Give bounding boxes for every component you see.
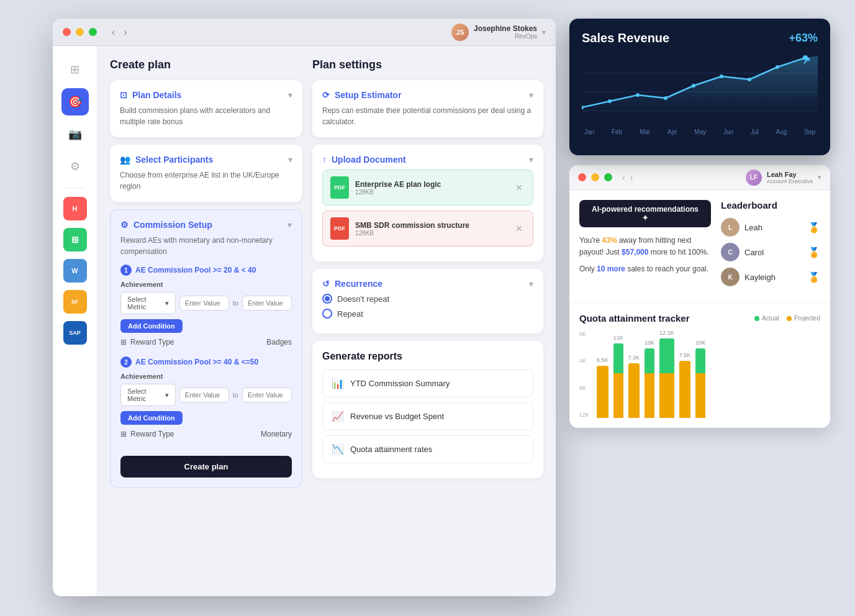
forward-arrow[interactable]: › bbox=[121, 25, 129, 39]
report-ytd[interactable]: 📊 YTD Commission Summary bbox=[322, 369, 533, 397]
plan-details-icon: ⊡ bbox=[120, 90, 127, 100]
bar-2-value: 11K bbox=[613, 335, 623, 341]
recurrence-chevron[interactable]: ▾ bbox=[529, 279, 533, 289]
right-window-titlebar: ‹ › LF Leah Fay Account Executive ▾ bbox=[569, 165, 830, 190]
add-condition-btn-1[interactable]: Add Condition bbox=[120, 319, 183, 333]
radio-repeat[interactable] bbox=[322, 309, 332, 319]
metric-select-chevron: ▾ bbox=[165, 299, 169, 307]
generate-reports-title: Generate reports bbox=[322, 351, 533, 362]
tier-2-label: 2 AE Commission Pool >= 40 & <=50 bbox=[120, 356, 292, 368]
leaderboard: Leaderboard L Leah 🏅 C Carol 🏅 K Kayleig… bbox=[721, 200, 820, 292]
bar-4-stack bbox=[645, 348, 654, 418]
window-body: ⊞ 🎯 📷 ⚙ H ⊞ W SF SAP Create plan bbox=[53, 46, 556, 596]
minimize-button[interactable] bbox=[76, 28, 84, 36]
svg-point-6 bbox=[664, 96, 667, 100]
bar-5-value: 12.1K bbox=[659, 330, 674, 336]
metric-to-2: to bbox=[233, 391, 238, 399]
y-label-8k: 8K bbox=[579, 385, 589, 391]
bar-1-actual bbox=[597, 366, 608, 418]
recurrence-repeat[interactable]: Repeat bbox=[322, 309, 533, 319]
add-condition-btn-2[interactable]: Add Condition bbox=[120, 411, 183, 425]
ai-button[interactable]: AI-powered recommendations ✦ bbox=[579, 200, 711, 227]
metric-input-1-max[interactable] bbox=[242, 296, 292, 310]
sidebar-sheets[interactable]: ⊞ bbox=[63, 228, 87, 251]
file-icon-1: PDF bbox=[330, 176, 349, 199]
sidebar-icon-camera[interactable]: 📷 bbox=[61, 120, 89, 148]
sidebar-salesforce[interactable]: SF bbox=[63, 290, 87, 314]
commission-desc: Reward AEs with monetary and non-monetar… bbox=[120, 235, 292, 257]
bar-3-value: 7.3K bbox=[628, 355, 640, 361]
svg-point-10 bbox=[776, 65, 779, 69]
metric-select-1[interactable]: Select Metric ▾ bbox=[120, 292, 176, 314]
sidebar-icon-settings[interactable]: ⚙ bbox=[61, 153, 89, 180]
commission-chevron[interactable]: ▾ bbox=[287, 220, 292, 230]
close-button[interactable] bbox=[63, 28, 71, 36]
recurrence-doesnt-repeat[interactable]: Doesn't repeat bbox=[322, 294, 533, 304]
commission-setup-card: ⚙ Commission Setup ▾ Reward AEs with mon… bbox=[110, 209, 302, 488]
bar-1: 6.5K bbox=[597, 357, 608, 418]
metric-select-2[interactable]: Select Metric ▾ bbox=[120, 384, 176, 406]
y-label-4k: 4K bbox=[579, 358, 589, 364]
create-plan-button[interactable]: Create plan bbox=[120, 456, 292, 478]
report-quota[interactable]: 📉 Quota attainment rates bbox=[322, 435, 533, 463]
rw-user-name: Leah Fay bbox=[767, 171, 813, 178]
metric-input-2-min[interactable] bbox=[179, 387, 229, 402]
rw-chevron[interactable]: ▾ bbox=[818, 173, 821, 181]
metric-input-2-max[interactable] bbox=[242, 387, 292, 402]
leaderboard-item-1: L Leah 🏅 bbox=[721, 218, 820, 237]
left-column: Create plan ⊡ Plan Details ▾ Build commi… bbox=[110, 58, 302, 584]
svg-text:↗: ↗ bbox=[802, 55, 810, 66]
nav-arrows: ‹ › bbox=[109, 25, 130, 39]
sidebar-icon-grid[interactable]: ⊞ bbox=[61, 56, 89, 83]
bar-7-orange bbox=[695, 373, 705, 418]
y-label-0k: 0K bbox=[579, 331, 589, 337]
report-revenue[interactable]: 📈 Revenue vs Budget Spent bbox=[322, 402, 533, 430]
plan-details-header: ⊡ Plan Details ▾ bbox=[120, 90, 292, 100]
rw-minimize[interactable] bbox=[591, 173, 599, 181]
leaderboard-item-2: C Carol 🏅 bbox=[721, 243, 820, 261]
avatar: JS bbox=[451, 24, 469, 41]
participants-chevron[interactable]: ▾ bbox=[288, 155, 292, 165]
svg-point-8 bbox=[720, 75, 723, 78]
sidebar-word[interactable]: W bbox=[63, 259, 87, 283]
upload-chevron[interactable]: ▾ bbox=[529, 155, 533, 165]
generate-reports-card: Generate reports 📊 YTD Commission Summar… bbox=[312, 341, 543, 478]
lb-name-2: Carol bbox=[744, 248, 803, 257]
file-close-2[interactable]: ✕ bbox=[513, 222, 525, 235]
radio-doesnt-repeat[interactable] bbox=[322, 294, 332, 304]
rw-forward[interactable]: › bbox=[630, 173, 633, 183]
ytd-icon: 📊 bbox=[332, 378, 344, 389]
bar-4-green bbox=[645, 348, 654, 373]
user-menu-chevron[interactable]: ▾ bbox=[542, 28, 546, 37]
user-role: RevOps bbox=[515, 33, 537, 40]
lb-avatar-3: K bbox=[721, 268, 740, 286]
recurrence-title: ↺ Recurrence bbox=[322, 279, 382, 289]
sidebar-divider bbox=[65, 188, 85, 188]
sidebar-hubspot[interactable]: H bbox=[63, 197, 87, 220]
back-arrow[interactable]: ‹ bbox=[109, 25, 117, 39]
sidebar-sap[interactable]: SAP bbox=[63, 321, 87, 345]
bar-6: 7.5K bbox=[679, 352, 691, 418]
sidebar-icon-target[interactable]: 🎯 bbox=[61, 88, 89, 116]
ai-highlight-2: $57,000 bbox=[622, 248, 648, 256]
participants-desc: Choose from enterprise AE list in the UK… bbox=[120, 170, 292, 192]
main-content: Create plan ⊡ Plan Details ▾ Build commi… bbox=[97, 46, 556, 596]
rw-close[interactable] bbox=[578, 173, 586, 181]
select-participants-card: 👥 Select Participants ▾ Choose from ente… bbox=[110, 145, 302, 202]
recurrence-card: ↺ Recurrence ▾ Doesn't repeat Repeat bbox=[312, 269, 543, 333]
metric-input-1-min[interactable] bbox=[179, 296, 229, 310]
ai-highlight-3: 10 more bbox=[597, 265, 625, 273]
maximize-button[interactable] bbox=[89, 28, 97, 36]
user-name: Josephine Stokes bbox=[474, 24, 537, 33]
file-icon-2: PDF bbox=[330, 217, 349, 240]
rw-back[interactable]: ‹ bbox=[622, 173, 625, 183]
quota-section: Quota attainment tracker Actual Projecte… bbox=[569, 302, 830, 428]
svg-point-7 bbox=[692, 84, 695, 88]
plan-details-chevron[interactable]: ▾ bbox=[288, 90, 292, 100]
svg-point-9 bbox=[748, 78, 751, 81]
ai-section: AI-powered recommendations ✦ You're 43% … bbox=[579, 200, 711, 292]
right-column: Plan settings ⟳ Setup Estimator ▾ Reps c… bbox=[312, 58, 543, 584]
rw-maximize[interactable] bbox=[604, 173, 612, 181]
file-close-1[interactable]: ✕ bbox=[513, 181, 525, 194]
estimator-chevron[interactable]: ▾ bbox=[529, 90, 533, 100]
